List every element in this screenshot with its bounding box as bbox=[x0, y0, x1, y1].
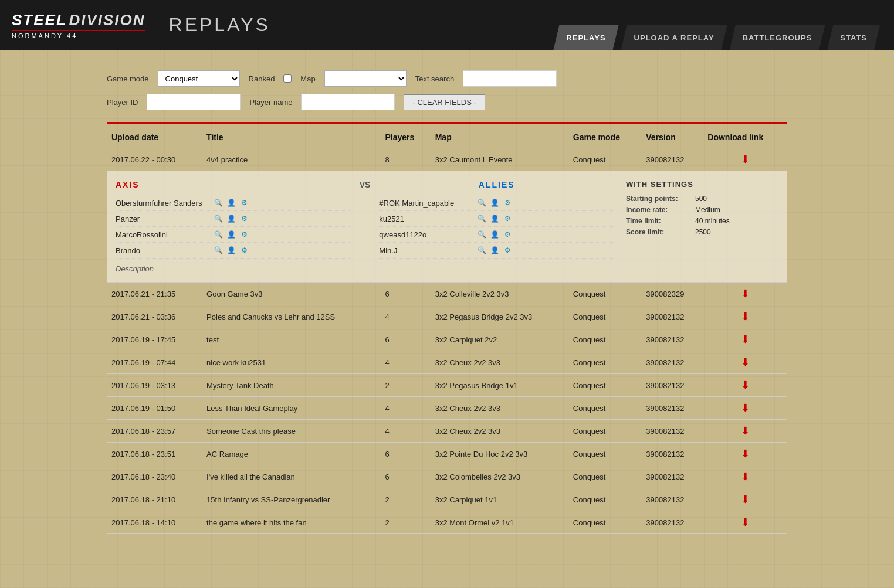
clear-fields-button[interactable]: - CLEAR FIELDS - bbox=[404, 94, 485, 110]
player-icons: 🔍 👤 ⚙ bbox=[213, 198, 249, 208]
logo-normandy: NORMANDY 44 bbox=[12, 30, 145, 39]
player-icons: 🔍 👤 ⚙ bbox=[213, 213, 249, 224]
table-row[interactable]: 2017.06.19 - 17:45 test 6 3x2 Carpiquet … bbox=[107, 328, 787, 351]
download-icon[interactable]: ⬇ bbox=[707, 516, 783, 529]
cell-download[interactable]: ⬇ bbox=[703, 488, 787, 511]
download-icon[interactable]: ⬇ bbox=[707, 424, 783, 437]
tab-replays[interactable]: REPLAYS bbox=[553, 25, 618, 50]
table-row[interactable]: 2017.06.21 - 21:35 Goon Game 3v3 6 3x2 C… bbox=[107, 283, 787, 305]
settings-icon[interactable]: ⚙ bbox=[239, 213, 249, 224]
cell-map: 3x2 Caumont L Evente bbox=[431, 148, 568, 171]
search-icon[interactable]: 🔍 bbox=[476, 229, 487, 240]
player-name: qweasd1122o bbox=[379, 230, 473, 239]
map-select[interactable] bbox=[324, 70, 407, 87]
search-icon[interactable]: 🔍 bbox=[476, 213, 487, 224]
table-row[interactable]: 2017.06.18 - 14:10 the game where it hit… bbox=[107, 511, 787, 534]
cell-download[interactable]: ⬇ bbox=[703, 283, 787, 305]
cell-upload-date: 2017.06.18 - 23:57 bbox=[107, 420, 202, 443]
download-icon[interactable]: ⬇ bbox=[707, 153, 783, 166]
cell-title: Someone Cast this please bbox=[202, 420, 380, 443]
cell-download[interactable]: ⬇ bbox=[703, 511, 787, 534]
table-row[interactable]: 2017.06.21 - 03:36 Poles and Canucks vs … bbox=[107, 305, 787, 328]
download-icon[interactable]: ⬇ bbox=[707, 447, 783, 460]
user-icon[interactable]: 👤 bbox=[226, 229, 236, 240]
table-row[interactable]: 2017.06.18 - 23:51 AC Ramage 6 3x2 Point… bbox=[107, 443, 787, 465]
settings-icon[interactable]: ⚙ bbox=[239, 198, 249, 208]
table-row[interactable]: 2017.06.19 - 03:13 Mystery Tank Death 2 … bbox=[107, 374, 787, 397]
search-icon[interactable]: 🔍 bbox=[476, 245, 487, 256]
cell-download[interactable]: ⬇ bbox=[703, 374, 787, 397]
cell-title: 15th Infantry vs SS-Panzergrenadier bbox=[202, 488, 380, 511]
user-icon[interactable]: 👤 bbox=[226, 198, 236, 208]
settings-icon[interactable]: ⚙ bbox=[239, 245, 249, 256]
tab-upload[interactable]: UPLOAD A REPLAY bbox=[621, 25, 727, 50]
ranked-checkbox[interactable] bbox=[283, 74, 292, 83]
player-row: MarcoRossolini 🔍 👤 ⚙ bbox=[116, 227, 351, 243]
player-name-input[interactable] bbox=[301, 94, 395, 110]
cell-download[interactable]: ⬇ bbox=[703, 148, 787, 171]
user-icon[interactable]: 👤 bbox=[489, 229, 500, 240]
cell-upload-date: 2017.06.18 - 23:51 bbox=[107, 443, 202, 465]
download-icon[interactable]: ⬇ bbox=[707, 402, 783, 414]
game-mode-select[interactable]: Conquest Destruction Breakthrough bbox=[158, 70, 240, 87]
download-icon[interactable]: ⬇ bbox=[707, 287, 783, 300]
settings-val: 2500 bbox=[695, 228, 711, 236]
download-icon[interactable]: ⬇ bbox=[707, 493, 783, 506]
search-icon[interactable]: 🔍 bbox=[213, 245, 223, 256]
cell-map: 3x2 Colleville 2v2 3v3 bbox=[431, 283, 568, 305]
table-row[interactable]: 2017.06.19 - 07:44 nice work ku2531 4 3x… bbox=[107, 351, 787, 374]
cell-players: 6 bbox=[380, 328, 430, 351]
expanded-cell: AXIS Obersturmfuhrer Sanders 🔍 👤 ⚙ Panze… bbox=[107, 171, 787, 283]
text-search-label: Text search bbox=[415, 74, 454, 83]
cell-download[interactable]: ⬇ bbox=[703, 465, 787, 488]
download-icon[interactable]: ⬇ bbox=[707, 333, 783, 346]
table-row[interactable]: 2017.06.22 - 00:30 4v4 practice 8 3x2 Ca… bbox=[107, 148, 787, 171]
cell-game-mode: Conquest bbox=[568, 420, 642, 443]
cell-download[interactable]: ⬇ bbox=[703, 397, 787, 420]
player-row: Obersturmfuhrer Sanders 🔍 👤 ⚙ bbox=[116, 195, 351, 211]
download-icon[interactable]: ⬇ bbox=[707, 356, 783, 369]
cell-download[interactable]: ⬇ bbox=[703, 351, 787, 374]
search-icon[interactable]: 🔍 bbox=[476, 198, 487, 208]
table-row[interactable]: 2017.06.19 - 01:50 Less Than Ideal Gamep… bbox=[107, 397, 787, 420]
player-id-input[interactable] bbox=[147, 94, 241, 110]
cell-download[interactable]: ⬇ bbox=[703, 328, 787, 351]
download-icon[interactable]: ⬇ bbox=[707, 470, 783, 483]
user-icon[interactable]: 👤 bbox=[226, 245, 236, 256]
allies-title: ALLIES bbox=[379, 180, 614, 189]
player-row: qweasd1122o 🔍 👤 ⚙ bbox=[379, 227, 614, 243]
user-icon[interactable]: 👤 bbox=[489, 198, 500, 208]
search-icon[interactable]: 🔍 bbox=[213, 213, 223, 224]
cell-game-mode: Conquest bbox=[568, 351, 642, 374]
user-icon[interactable]: 👤 bbox=[226, 213, 236, 224]
header: STEEL DIVISION NORMANDY 44 REPLAYS REPLA… bbox=[0, 0, 894, 50]
text-search-input[interactable] bbox=[463, 70, 557, 87]
settings-icon[interactable]: ⚙ bbox=[502, 245, 513, 256]
download-icon[interactable]: ⬇ bbox=[707, 310, 783, 323]
tab-battlegroups[interactable]: BATTLEGROUPS bbox=[730, 25, 825, 50]
settings-icon[interactable]: ⚙ bbox=[239, 229, 249, 240]
search-icon[interactable]: 🔍 bbox=[213, 229, 223, 240]
cell-version: 390082132 bbox=[641, 305, 703, 328]
tab-stats[interactable]: STATS bbox=[827, 25, 880, 50]
cell-game-mode: Conquest bbox=[568, 328, 642, 351]
search-icon[interactable]: 🔍 bbox=[213, 198, 223, 208]
cell-version: 390082329 bbox=[641, 283, 703, 305]
table-row[interactable]: 2017.06.18 - 23:40 I've killed all the C… bbox=[107, 465, 787, 488]
settings-icon[interactable]: ⚙ bbox=[502, 198, 513, 208]
cell-game-mode: Conquest bbox=[568, 374, 642, 397]
cell-download[interactable]: ⬇ bbox=[703, 443, 787, 465]
col-title: Title bbox=[202, 127, 380, 148]
settings-icon[interactable]: ⚙ bbox=[502, 213, 513, 224]
settings-icon[interactable]: ⚙ bbox=[502, 229, 513, 240]
user-icon[interactable]: 👤 bbox=[489, 213, 500, 224]
cell-version: 390082132 bbox=[641, 443, 703, 465]
cell-players: 6 bbox=[380, 443, 430, 465]
cell-download[interactable]: ⬇ bbox=[703, 420, 787, 443]
user-icon[interactable]: 👤 bbox=[489, 245, 500, 256]
table-row[interactable]: 2017.06.18 - 23:57 Someone Cast this ple… bbox=[107, 420, 787, 443]
table-row[interactable]: 2017.06.18 - 21:10 15th Infantry vs SS-P… bbox=[107, 488, 787, 511]
download-icon[interactable]: ⬇ bbox=[707, 379, 783, 392]
cell-title: nice work ku2531 bbox=[202, 351, 380, 374]
cell-download[interactable]: ⬇ bbox=[703, 305, 787, 328]
